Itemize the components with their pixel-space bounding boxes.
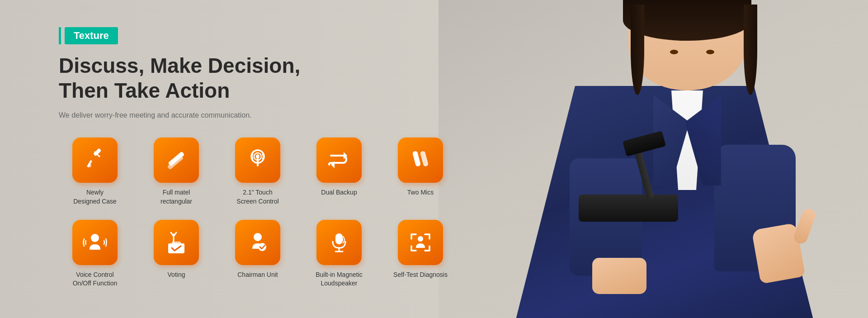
voting-icon-box <box>154 220 199 265</box>
feature-newly-designed-case: NewlyDesigned Case <box>59 138 131 206</box>
feature-two-mics: Two Mics <box>384 138 457 206</box>
svg-point-16 <box>258 243 266 251</box>
feature-dual-backup: Dual Backup <box>303 138 375 206</box>
svg-point-6 <box>256 154 259 159</box>
voting-icon <box>164 230 189 255</box>
full-matel-icon-box <box>154 138 199 183</box>
svg-point-15 <box>254 233 262 241</box>
svg-point-1 <box>88 164 91 167</box>
full-matel-label: Full matelrectangular <box>160 188 192 206</box>
built-in-magnetic-icon-box <box>316 220 362 265</box>
svg-rect-13 <box>168 243 184 253</box>
voice-control-label: Voice ControlOn/Off Function <box>73 271 118 288</box>
voting-label: Voting <box>168 271 185 280</box>
chairman-icon <box>245 230 270 255</box>
feature-chairman-unit: Chairman Unit <box>222 220 294 288</box>
chairman-unit-icon-box <box>235 220 280 265</box>
touch-screen-icon-box <box>235 138 280 183</box>
texture-badge: Texture <box>59 27 466 44</box>
backup-icon <box>326 147 352 173</box>
device-base <box>579 195 678 222</box>
svg-rect-10 <box>412 151 421 167</box>
person-eye-right <box>670 50 678 54</box>
newly-designed-case-icon-box <box>72 138 118 183</box>
svg-point-20 <box>418 236 423 242</box>
newly-designed-case-label: NewlyDesigned Case <box>73 188 117 206</box>
svg-rect-7 <box>257 158 259 166</box>
diagnosis-icon <box>408 230 433 255</box>
feature-touch-screen: 2.1" TouchScreen Control <box>222 138 294 206</box>
chairman-unit-label: Chairman Unit <box>237 271 278 280</box>
feature-full-matel: Full matelrectangular <box>140 138 212 206</box>
case-icon <box>82 147 108 173</box>
svg-rect-17 <box>335 233 343 244</box>
touch-screen-label: 2.1" TouchScreen Control <box>236 188 278 206</box>
voice-icon <box>82 230 108 255</box>
texture-bar <box>59 27 61 44</box>
person-hand-left <box>592 258 646 294</box>
svg-point-12 <box>91 234 99 242</box>
svg-rect-11 <box>420 151 429 167</box>
features-grid: NewlyDesigned Case Full matelrectangular <box>59 138 466 288</box>
feature-voting: Voting <box>140 220 212 288</box>
feature-voice-control: Voice ControlOn/Off Function <box>59 220 131 288</box>
person-eye-left <box>706 50 714 54</box>
person-hair-right <box>631 5 644 95</box>
feature-self-test: Self-Test Diagnosis <box>384 220 457 288</box>
sub-description: We deliver worry-free meeting and accura… <box>59 111 466 119</box>
speaker-icon <box>326 230 352 255</box>
matel-icon <box>164 147 189 173</box>
heading-line2: Then Take Action <box>59 78 466 103</box>
heading-line1: Discuss, Make Decision, <box>59 53 466 78</box>
main-heading: Discuss, Make Decision, Then Take Action <box>59 53 466 103</box>
feature-built-in-magnetic: Built-in MagneticLoudspeaker <box>303 220 375 288</box>
texture-label: Texture <box>65 27 118 44</box>
voice-control-icon-box <box>72 220 118 265</box>
built-in-magnetic-label: Built-in MagneticLoudspeaker <box>316 271 363 288</box>
touch-icon <box>245 147 270 173</box>
mics-icon <box>408 147 433 173</box>
two-mics-icon-box <box>398 138 443 183</box>
two-mics-label: Two Mics <box>407 188 434 197</box>
person-hair-left <box>744 5 757 95</box>
page-wrapper: Texture Discuss, Make Decision, Then Tak… <box>0 0 868 318</box>
self-test-icon-box <box>398 220 443 265</box>
self-test-label: Self-Test Diagnosis <box>393 271 448 280</box>
dual-backup-label: Dual Backup <box>321 188 357 197</box>
content-area: Texture Discuss, Make Decision, Then Tak… <box>59 27 466 288</box>
dual-backup-icon-box <box>316 138 362 183</box>
